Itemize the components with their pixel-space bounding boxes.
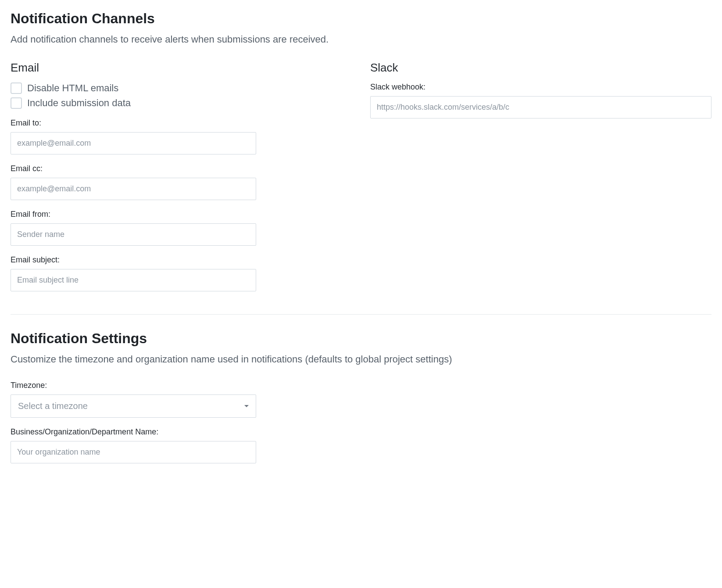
channels-columns: Email Disable HTML emails Include submis… xyxy=(11,61,711,291)
email-subject-group: Email subject: xyxy=(11,255,352,291)
email-from-label: Email from: xyxy=(11,210,352,219)
include-submission-data-label[interactable]: Include submission data xyxy=(27,97,131,109)
include-submission-data-row: Include submission data xyxy=(11,97,352,109)
email-cc-group: Email cc: xyxy=(11,164,352,200)
notification-channels-desc: Add notification channels to receive ale… xyxy=(11,34,711,45)
timezone-group: Timezone: Select a timezone xyxy=(11,381,711,418)
slack-webhook-group: Slack webhook: xyxy=(370,82,711,118)
disable-html-emails-label[interactable]: Disable HTML emails xyxy=(27,82,118,94)
disable-html-emails-row: Disable HTML emails xyxy=(11,82,352,94)
include-submission-data-checkbox[interactable] xyxy=(11,97,22,109)
timezone-select[interactable]: Select a timezone xyxy=(11,394,256,418)
slack-webhook-label: Slack webhook: xyxy=(370,82,711,92)
org-name-input[interactable] xyxy=(11,441,256,463)
section-divider xyxy=(11,314,711,315)
email-subject-label: Email subject: xyxy=(11,255,352,265)
notification-settings-desc: Customize the timezone and organization … xyxy=(11,354,711,365)
slack-title: Slack xyxy=(370,61,711,75)
notification-channels-title: Notification Channels xyxy=(11,11,711,27)
email-column: Email Disable HTML emails Include submis… xyxy=(11,61,352,291)
email-to-group: Email to: xyxy=(11,118,352,154)
timezone-label: Timezone: xyxy=(11,381,711,390)
slack-column: Slack Slack webhook: xyxy=(370,61,711,291)
email-title: Email xyxy=(11,61,352,75)
disable-html-emails-checkbox[interactable] xyxy=(11,82,22,94)
org-name-group: Business/Organization/Department Name: xyxy=(11,427,711,463)
email-from-input[interactable] xyxy=(11,223,256,246)
email-to-input[interactable] xyxy=(11,132,256,154)
email-cc-label: Email cc: xyxy=(11,164,352,173)
notification-settings-title: Notification Settings xyxy=(11,330,711,347)
email-from-group: Email from: xyxy=(11,210,352,246)
slack-webhook-input[interactable] xyxy=(370,96,711,118)
notification-channels-section: Notification Channels Add notification c… xyxy=(11,11,711,291)
notification-settings-section: Notification Settings Customize the time… xyxy=(11,330,711,463)
email-to-label: Email to: xyxy=(11,118,352,128)
timezone-select-wrap: Select a timezone xyxy=(11,394,256,418)
org-name-label: Business/Organization/Department Name: xyxy=(11,427,711,437)
email-cc-input[interactable] xyxy=(11,178,256,200)
email-subject-input[interactable] xyxy=(11,269,256,291)
